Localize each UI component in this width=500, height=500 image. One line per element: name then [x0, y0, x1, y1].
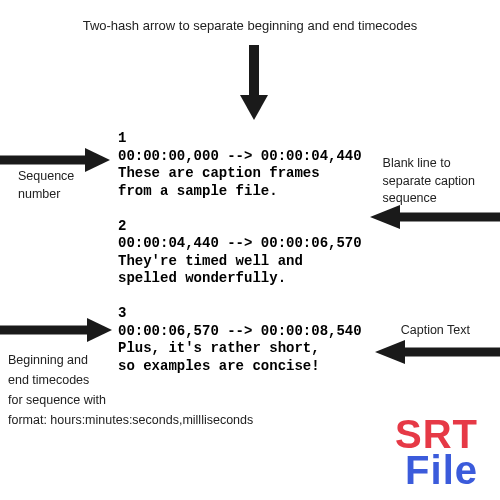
svg-marker-1 — [240, 95, 268, 120]
svg-marker-9 — [375, 340, 405, 364]
arrow-down-icon — [240, 45, 268, 120]
sequence-number-label: Sequence number — [18, 168, 74, 203]
arrow-left-caption-icon — [375, 340, 500, 364]
svg-marker-7 — [87, 318, 112, 342]
svg-marker-5 — [370, 205, 400, 229]
caption-text-label: Caption Text — [401, 323, 470, 337]
srt-content-block: 1 00:00:00,000 --> 00:00:04,440 These ar… — [118, 130, 362, 375]
timecode-format-label: Beginning and end timecodes for sequence… — [8, 350, 253, 430]
blank-line-label: Blank line to separate caption sequence — [383, 155, 475, 208]
arrow-left-blank-icon — [370, 205, 500, 229]
svg-marker-3 — [85, 148, 110, 172]
logo-file: File — [395, 452, 478, 488]
logo-srt: SRT — [395, 416, 478, 452]
arrow-right-timecode-icon — [0, 318, 112, 342]
top-label: Two-hash arrow to separate beginning and… — [83, 18, 418, 33]
srt-file-logo: SRT File — [395, 416, 478, 488]
